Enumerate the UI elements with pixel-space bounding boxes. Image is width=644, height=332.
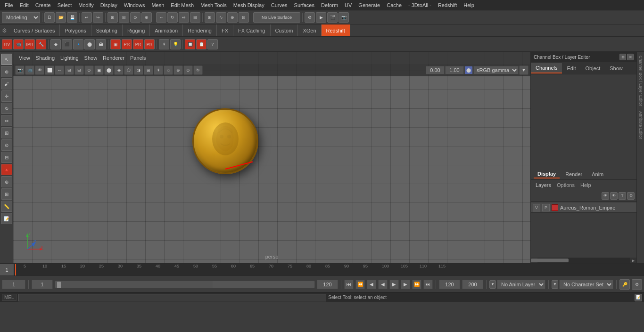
snap-together-tool-button[interactable]: ⊕ (1, 176, 12, 187)
vp-shading-icon[interactable]: ◑ (134, 65, 143, 75)
menu-modify[interactable]: Modify (75, 1, 96, 9)
playback-prev-key-button[interactable]: ⏪ (355, 280, 365, 289)
rotate-tool-button[interactable]: ↻ (1, 103, 12, 114)
rp-sub-tab-display[interactable]: Display (534, 170, 560, 178)
lasso-tool-button[interactable]: ⊕ (1, 66, 12, 77)
attribute-editor-side-label[interactable]: Attribute Editor (637, 109, 644, 141)
menu-edit-mesh[interactable]: Edit Mesh (168, 1, 197, 9)
mode-selector[interactable]: Modeling Rigging Animation FX Rendering … (2, 12, 40, 23)
rs-icon-1[interactable]: RV (2, 39, 12, 49)
undo-button[interactable]: ↩ (82, 12, 92, 23)
vp-near-clip-input[interactable] (426, 66, 445, 74)
timeline-range-slider[interactable] (55, 281, 315, 288)
playback-range-end-input[interactable] (317, 280, 338, 289)
snap-together-tool-button-2[interactable]: ⊞ (1, 188, 12, 200)
menu-file[interactable]: File (2, 1, 16, 9)
menu-3dtoall[interactable]: - 3DtoAll - (405, 1, 434, 9)
rotate-button[interactable]: ↻ (167, 12, 178, 23)
menu-deform[interactable]: Deform (318, 1, 341, 9)
timeline-playhead[interactable] (15, 264, 16, 275)
custom-tool-1[interactable]: 🔺 (1, 164, 12, 175)
snap-to-point-button[interactable]: ⊕ (227, 12, 238, 23)
question-icon[interactable]: ? (207, 39, 218, 49)
tab-redshift[interactable]: Redshift (322, 24, 350, 36)
vp-resolution-icon[interactable]: ↔ (55, 65, 64, 75)
tabs-settings-icon[interactable]: ⚙ (2, 27, 7, 34)
layer-item-aureus[interactable]: V P Aureus_Roman_Empire (531, 202, 636, 213)
select-by-component-button[interactable]: ⊟ (119, 12, 129, 23)
viewport[interactable]: View Shading Lighting Show Renderer Pane… (13, 52, 530, 263)
soft-mod-tool-button[interactable]: ⊙ (1, 139, 12, 151)
layer-options-icon[interactable]: ⚙ (627, 192, 635, 200)
playback-range-start-input[interactable] (32, 280, 53, 289)
poly-icon-5[interactable]: 🏔 (96, 39, 106, 49)
poly-icon-1[interactable]: ◆ (50, 39, 61, 49)
menu-uv[interactable]: UV (342, 1, 355, 9)
universal-manip-tool-button[interactable]: ⊞ (1, 127, 12, 138)
playback-play-back-button[interactable]: ◀ (378, 280, 388, 289)
tab-rigging[interactable]: Rigging (123, 24, 150, 36)
layers-tab-options[interactable]: Options (555, 182, 577, 188)
script-editor-icon[interactable]: 📝 (635, 294, 642, 301)
anim-layer-selector[interactable]: No Anim Layer (497, 280, 545, 289)
rp-tab-object[interactable]: Object (580, 64, 605, 73)
playback-next-key-button[interactable]: ⏩ (412, 280, 421, 289)
vp-menu-lighting[interactable]: Lighting (58, 54, 81, 62)
paint-select-button[interactable]: ⊕ (141, 12, 152, 23)
open-scene-button[interactable]: 📂 (56, 12, 66, 23)
vp-icon-9[interactable]: ⬤ (104, 65, 114, 75)
menu-windows[interactable]: Windows (121, 1, 148, 9)
annotate-tool-button[interactable]: 📝 (1, 213, 12, 224)
char-set-selector[interactable]: No Character Set (559, 280, 613, 289)
rs-icon-ipr[interactable]: IPR (25, 39, 35, 49)
rp-sub-tab-anim[interactable]: Anim (588, 170, 607, 178)
auto-key-button[interactable]: 🔑 (619, 279, 630, 290)
ipr-render-button[interactable]: 🎬 (327, 12, 338, 23)
layer-p-btn[interactable]: P (542, 204, 550, 211)
scale-button[interactable]: ⇔ (179, 12, 189, 23)
light-icon-1[interactable]: ☀ (159, 39, 169, 49)
rp-tab-show[interactable]: Show (605, 64, 627, 73)
vp-menu-shading[interactable]: Shading (34, 54, 57, 62)
command-input[interactable] (18, 294, 327, 301)
save-scene-button[interactable]: 💾 (67, 12, 77, 23)
current-frame-input[interactable] (2, 280, 25, 289)
layer-visibility-all-icon[interactable]: 👁 (602, 192, 609, 200)
tab-fx[interactable]: FX (217, 24, 233, 36)
playback-step-back-button[interactable]: ◀ (367, 280, 376, 289)
anim-layer-arrow-icon[interactable]: ▼ (489, 280, 496, 289)
vp-wireframe-icon[interactable]: ⬡ (124, 65, 133, 75)
menu-redshift[interactable]: Redshift (435, 1, 460, 9)
layer-template-icon[interactable]: T (619, 192, 626, 200)
snap-to-grid-button[interactable]: ⊞ (205, 12, 215, 23)
rp-settings-icon[interactable]: ⚙ (619, 54, 626, 60)
scale-tool-button[interactable]: ⇔ (1, 115, 12, 126)
bc-settings-icon[interactable]: ⚙ (632, 279, 642, 290)
rs-icon-settings[interactable]: 🔧 (36, 39, 46, 49)
render-button[interactable]: ▶ (316, 12, 326, 23)
tab-custom[interactable]: Custom (271, 24, 298, 36)
menu-curves[interactable]: Curves (268, 1, 290, 9)
light-icon-2[interactable]: 💡 (170, 39, 181, 49)
vp-icon-8[interactable]: ▣ (94, 65, 104, 75)
vp-icon-17[interactable]: ⊙ (183, 65, 193, 75)
vp-gate-icon[interactable]: ⬜ (45, 65, 54, 75)
redo-button[interactable]: ↪ (93, 12, 103, 23)
measure-tool-button[interactable]: 📏 (1, 201, 12, 212)
tab-fx-caching[interactable]: FX Caching (233, 24, 270, 36)
range-start-input[interactable] (439, 280, 460, 289)
rp-close-icon[interactable]: ✕ (627, 54, 634, 60)
vp-arrow-icon[interactable]: ▼ (519, 65, 528, 75)
show-manip-tool-button[interactable]: ⊟ (1, 152, 12, 163)
menu-mesh[interactable]: Mesh (149, 1, 167, 9)
scroll-right-arrow[interactable]: ▶ (630, 258, 636, 263)
timeline-track[interactable]: 5 10 15 20 25 30 35 40 45 50 55 60 65 70… (14, 264, 644, 275)
menu-generate[interactable]: Generate (355, 1, 383, 9)
vp-camera-icon[interactable]: 📷 (15, 65, 25, 75)
menu-display[interactable]: Display (98, 1, 120, 9)
tab-rendering[interactable]: Rendering (183, 24, 217, 36)
rs-icon-2[interactable]: 📹 (13, 39, 24, 49)
universal-manip-button[interactable]: ⊞ (190, 12, 200, 23)
vp-icon-7[interactable]: ⊙ (84, 65, 94, 75)
tab-curves-surfaces[interactable]: Curves / Surfaces (9, 24, 60, 36)
